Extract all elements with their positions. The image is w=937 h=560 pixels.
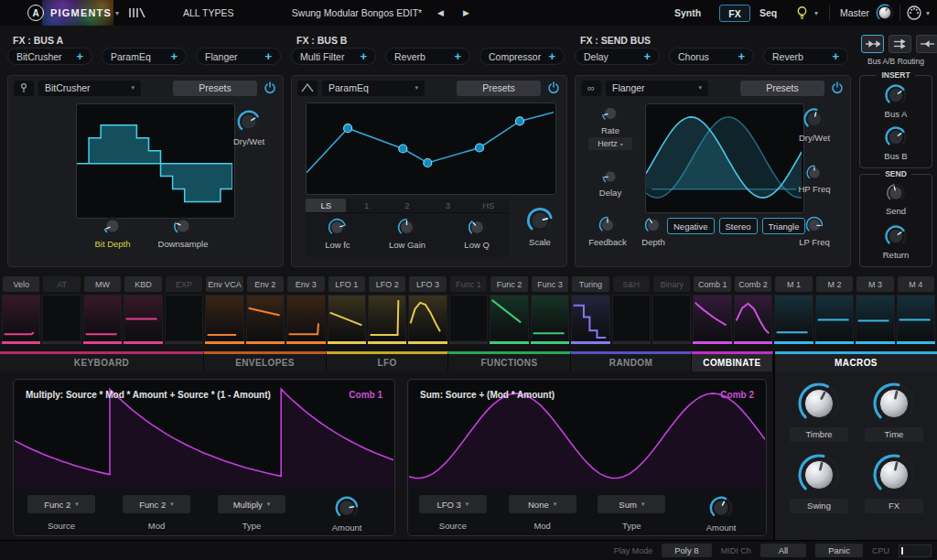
mod-slot-label[interactable]: AT bbox=[43, 276, 80, 292]
scale-knob[interactable] bbox=[514, 204, 565, 237]
mod-slot-thumbnail[interactable] bbox=[205, 295, 243, 340]
mod-slot-label[interactable]: Func 2 bbox=[490, 276, 527, 292]
macro-knob[interactable] bbox=[784, 382, 854, 425]
eq-node[interactable] bbox=[424, 159, 432, 167]
mod-slot-label[interactable]: Comb 1 bbox=[694, 276, 730, 292]
arturia-logo-icon[interactable]: A bbox=[27, 5, 44, 21]
mod-slot-label[interactable]: LFO 2 bbox=[369, 276, 405, 292]
macro-label[interactable]: FX bbox=[865, 499, 923, 513]
mod-slot-label[interactable]: Env VCA bbox=[206, 276, 242, 292]
comb-type-select[interactable]: Multiply▾ bbox=[218, 495, 285, 513]
eq-knob[interactable] bbox=[464, 215, 489, 240]
power-button[interactable] bbox=[545, 81, 561, 96]
downsample-knob[interactable] bbox=[149, 213, 217, 239]
mod-slot-thumbnail[interactable] bbox=[571, 295, 609, 340]
add-fx-icon[interactable]: + bbox=[643, 50, 651, 62]
mod-slot-thumbnail[interactable] bbox=[165, 295, 203, 340]
add-fx-icon[interactable]: + bbox=[76, 50, 83, 62]
eq-band-tab[interactable]: 3 bbox=[427, 199, 468, 212]
mod-slot-thumbnail[interactable] bbox=[693, 295, 731, 340]
mod-slot-label[interactable]: Env 3 bbox=[287, 276, 324, 292]
eq-band-tab[interactable]: 2 bbox=[387, 199, 427, 212]
mod-slot-label[interactable]: Func 1 bbox=[450, 276, 487, 292]
mod-slot-thumbnail[interactable] bbox=[815, 295, 854, 340]
mod-slot-thumbnail[interactable] bbox=[328, 295, 366, 340]
eq-knob[interactable] bbox=[325, 215, 350, 240]
mod-slot-thumbnail[interactable] bbox=[531, 295, 569, 340]
mod-slot-label[interactable]: LFO 3 bbox=[409, 276, 446, 292]
mod-slot-thumbnail[interactable] bbox=[774, 295, 813, 340]
comb-source-select[interactable]: LFO 3▾ bbox=[419, 495, 487, 513]
fx-slot[interactable]: Chorus+ bbox=[669, 48, 754, 65]
library-filter[interactable]: ALL TYPES bbox=[183, 7, 233, 18]
panic-button[interactable]: Panic bbox=[815, 544, 863, 557]
bit-depth-knob[interactable] bbox=[85, 213, 140, 239]
add-fx-icon[interactable]: + bbox=[264, 50, 272, 62]
add-fx-icon[interactable]: + bbox=[738, 50, 745, 62]
presets-button[interactable]: Presets bbox=[740, 81, 824, 96]
mod-slot-label[interactable]: M 3 bbox=[856, 276, 893, 292]
midi-ch-select[interactable]: All bbox=[760, 544, 807, 557]
mod-slot-thumbnail[interactable] bbox=[368, 295, 406, 340]
add-fx-icon[interactable]: + bbox=[170, 50, 178, 62]
tab-random[interactable]: RANDOM bbox=[571, 351, 692, 372]
tab-lfo[interactable]: LFO bbox=[327, 351, 448, 372]
mod-slot-thumbnail[interactable] bbox=[42, 295, 81, 340]
mod-slot-thumbnail[interactable] bbox=[734, 295, 772, 340]
routing-parallel-button[interactable] bbox=[889, 35, 911, 53]
fx-slot[interactable]: ParamEq+ bbox=[102, 48, 187, 65]
app-title[interactable]: PIGMENTS bbox=[50, 7, 112, 18]
drywet-knob[interactable] bbox=[221, 107, 276, 136]
flanger-display[interactable] bbox=[645, 103, 804, 213]
mod-slot-label[interactable]: KBD bbox=[124, 276, 161, 292]
tab-fx[interactable]: FX bbox=[719, 5, 750, 22]
fx-slot[interactable]: Reverb+ bbox=[385, 48, 470, 65]
tab-seq[interactable]: Seq bbox=[759, 7, 777, 18]
tab-keyboard[interactable]: KEYBOARD bbox=[0, 351, 204, 372]
flanger-drywet-knob[interactable] bbox=[786, 105, 843, 133]
mod-slot-thumbnail[interactable] bbox=[83, 295, 122, 340]
mod-slot-thumbnail[interactable] bbox=[856, 295, 894, 340]
feedback-knob[interactable] bbox=[581, 213, 634, 237]
mod-slot-label[interactable]: M 4 bbox=[898, 276, 934, 292]
macro-knob[interactable] bbox=[784, 453, 854, 497]
eq-node[interactable] bbox=[344, 124, 352, 133]
macro-label[interactable]: Swing bbox=[790, 499, 848, 513]
delay-knob[interactable] bbox=[587, 166, 634, 188]
tab-functions[interactable]: FUNCTIONS bbox=[448, 351, 571, 372]
mod-slot-thumbnail[interactable] bbox=[897, 295, 935, 340]
comb-amount-knob[interactable] bbox=[706, 493, 736, 522]
mod-slot-label[interactable]: S&H bbox=[613, 276, 650, 292]
tutorial-caret-icon[interactable]: ▾ bbox=[814, 9, 818, 17]
tuner-icon[interactable] bbox=[128, 6, 146, 23]
eq-node[interactable] bbox=[399, 145, 407, 153]
mod-slot-label[interactable]: EXP bbox=[166, 276, 202, 292]
send-level-knob[interactable] bbox=[860, 180, 932, 206]
rate-mode-select[interactable]: Hertz▾ bbox=[588, 137, 632, 150]
device-select[interactable]: ParamEq▾ bbox=[322, 81, 425, 96]
mod-slot-thumbnail[interactable] bbox=[408, 295, 447, 340]
rate-knob[interactable] bbox=[587, 102, 634, 125]
mod-slot-thumbnail[interactable] bbox=[246, 295, 285, 340]
mod-slot-thumbnail[interactable] bbox=[490, 295, 528, 340]
master-volume-knob[interactable] bbox=[876, 4, 894, 22]
fx-slot[interactable]: BitCrusher+ bbox=[7, 48, 92, 65]
eq-node[interactable] bbox=[516, 117, 524, 125]
bus-b-level-knob[interactable] bbox=[860, 124, 932, 151]
device-select[interactable]: Flanger▾ bbox=[606, 81, 708, 96]
hp-freq-knob[interactable] bbox=[789, 162, 840, 184]
mod-slot-label[interactable]: M 1 bbox=[775, 276, 812, 292]
mod-slot-label[interactable]: Turing bbox=[572, 276, 609, 292]
power-button[interactable] bbox=[829, 81, 845, 96]
lp-freq-knob[interactable] bbox=[789, 213, 840, 237]
macro-knob[interactable] bbox=[859, 382, 929, 425]
eq-knob[interactable] bbox=[389, 215, 425, 240]
comb-mod-select[interactable]: Func 2▾ bbox=[123, 495, 190, 513]
macro-label[interactable]: Timbre bbox=[790, 427, 848, 442]
add-fx-icon[interactable]: + bbox=[360, 50, 367, 62]
tab-envelopes[interactable]: ENVELOPES bbox=[204, 351, 327, 372]
next-preset-button[interactable]: ▶ bbox=[463, 8, 469, 17]
presets-button[interactable]: Presets bbox=[457, 81, 541, 96]
play-mode-select[interactable]: Poly 8 bbox=[662, 544, 711, 557]
comb-display[interactable]: Multiply: Source * Mod * Amount + Source… bbox=[15, 381, 393, 487]
